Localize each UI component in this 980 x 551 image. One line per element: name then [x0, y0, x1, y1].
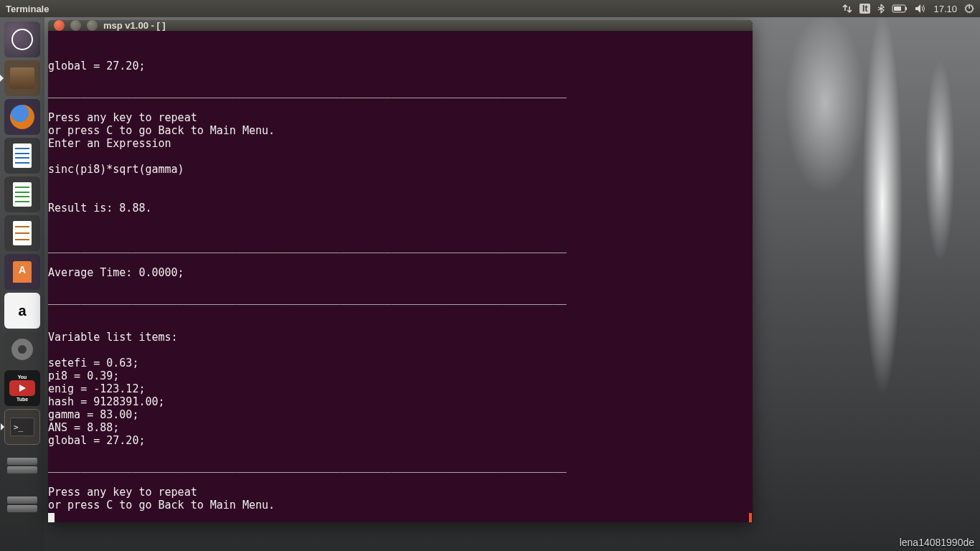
- launcher-amazon[interactable]: a: [4, 293, 40, 329]
- desktop: lena14081990de a You Tube >_ msp v1.00 -…: [0, 17, 980, 551]
- window-maximize-button[interactable]: [87, 20, 98, 31]
- terminal-line: Variable list items:: [48, 331, 753, 344]
- terminal-scrollbar-thumb[interactable]: [749, 513, 752, 522]
- launcher-files[interactable]: [4, 60, 40, 96]
- terminal-line: or press C to go Back to Main Menu.: [48, 499, 753, 512]
- terminal-line: global = 27.20;: [48, 60, 753, 72]
- terminal-line: [48, 189, 753, 202]
- terminal-line: enig = -123.12;: [48, 382, 753, 395]
- terminal-line: Press any key to repeat: [48, 111, 753, 124]
- terminal-line: sinc(pi8)*sqrt(gamma): [48, 163, 753, 176]
- terminal-line: [48, 279, 753, 292]
- terminal-line: pi8 = 0.39;: [48, 369, 753, 382]
- sound-indicator-icon[interactable]: [915, 4, 926, 14]
- launcher-impress[interactable]: [4, 215, 40, 251]
- launcher-firefox[interactable]: [4, 99, 40, 135]
- bluetooth-indicator-icon[interactable]: [877, 4, 885, 14]
- terminal-line: setefi = 0.63;: [48, 357, 753, 369]
- session-indicator-icon[interactable]: [964, 4, 974, 14]
- clock[interactable]: 17.10: [933, 4, 957, 14]
- terminal-cursor: [48, 513, 55, 522]
- terminal-line: Enter an Expression: [48, 137, 753, 150]
- unity-launcher: a You Tube >_: [0, 17, 44, 551]
- terminal-line: ANS = 8.88;: [48, 421, 753, 434]
- svg-rect-2: [894, 6, 901, 11]
- terminal-line: ________________________________________…: [48, 240, 753, 253]
- terminal-line: [48, 305, 753, 318]
- terminal-line: global = 27.20;: [48, 434, 753, 447]
- launcher-terminal[interactable]: >_: [4, 409, 40, 445]
- terminal-line: [48, 447, 753, 460]
- terminal-line: [48, 215, 753, 227]
- terminal-line: [48, 98, 753, 111]
- window-title: msp v1.00 - [ ]: [103, 20, 166, 31]
- terminal-line: ________________________________________…: [48, 460, 753, 473]
- terminal-line: ________________________________________…: [48, 292, 753, 305]
- network-indicator-icon[interactable]: [842, 4, 852, 14]
- launcher-trash[interactable]: [4, 486, 40, 522]
- window-close-button[interactable]: [54, 20, 65, 31]
- launcher-youtube[interactable]: You Tube: [4, 370, 40, 406]
- terminal-line: Press any key to repeat: [48, 486, 753, 499]
- terminal-line: [48, 344, 753, 357]
- launcher-software-center[interactable]: [4, 254, 40, 290]
- top-menubar: Terminale It 17.10: [0, 0, 980, 17]
- launcher-writer[interactable]: [4, 138, 40, 174]
- terminal-line: ________________________________________…: [48, 85, 753, 98]
- terminal-line: or press C to go Back to Main Menu.: [48, 124, 753, 137]
- terminal-line: [48, 72, 753, 85]
- keyboard-layout-indicator[interactable]: It: [859, 4, 870, 14]
- terminal-output[interactable]: global = 27.20; ________________________…: [48, 31, 753, 522]
- terminal-line: gamma = 83.00;: [48, 408, 753, 421]
- active-app-name: Terminale: [6, 4, 49, 14]
- launcher-settings[interactable]: [4, 331, 40, 367]
- terminal-line: Average Time: 0.0000;: [48, 266, 753, 279]
- window-titlebar[interactable]: msp v1.00 - [ ]: [48, 20, 753, 31]
- terminal-window: msp v1.00 - [ ] global = 27.20; ________…: [48, 20, 753, 522]
- terminal-line: [48, 176, 753, 189]
- battery-indicator-icon[interactable]: [892, 4, 908, 13]
- launcher-calc[interactable]: [4, 176, 40, 212]
- wallpaper-watermark: lena14081990de: [900, 537, 974, 548]
- terminal-line: [48, 227, 753, 240]
- terminal-line: [48, 318, 753, 331]
- terminal-line: [48, 473, 753, 486]
- svg-rect-1: [905, 7, 907, 10]
- launcher-workspace-switcher[interactable]: [4, 448, 40, 484]
- terminal-cursor-line: [48, 512, 753, 522]
- terminal-line: [48, 253, 753, 266]
- launcher-dash[interactable]: [4, 22, 40, 57]
- terminal-line: hash = 9128391.00;: [48, 395, 753, 408]
- terminal-line: Result is: 8.88.: [48, 202, 753, 215]
- window-minimize-button[interactable]: [70, 20, 81, 31]
- terminal-line: [48, 150, 753, 163]
